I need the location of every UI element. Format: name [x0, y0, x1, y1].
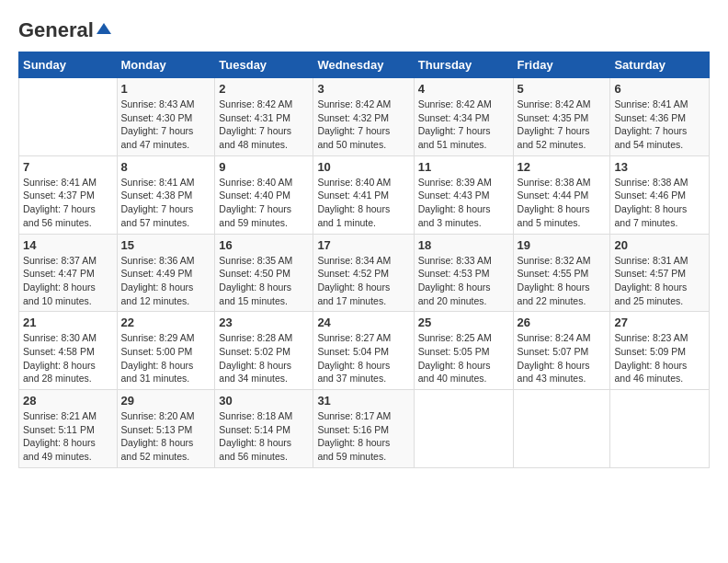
calendar-cell: 22Sunrise: 8:29 AMSunset: 5:00 PMDayligh…: [117, 312, 215, 390]
calendar-week-row: 21Sunrise: 8:30 AMSunset: 4:58 PMDayligh…: [19, 312, 710, 390]
day-info: Sunrise: 8:42 AMSunset: 4:35 PMDaylight:…: [518, 98, 607, 152]
calendar-cell: 11Sunrise: 8:39 AMSunset: 4:43 PMDayligh…: [414, 155, 513, 234]
day-number: 22: [121, 316, 211, 329]
day-info: Sunrise: 8:28 AMSunset: 5:02 PMDaylight:…: [219, 331, 309, 385]
day-number: 17: [317, 238, 409, 252]
day-info: Sunrise: 8:25 AMSunset: 5:05 PMDaylight:…: [418, 331, 509, 385]
day-info: Sunrise: 8:31 AMSunset: 4:57 PMDaylight:…: [614, 254, 705, 308]
day-number: 28: [23, 394, 113, 408]
day-info: Sunrise: 8:23 AMSunset: 5:09 PMDaylight:…: [614, 331, 705, 385]
calendar-week-row: 28Sunrise: 8:21 AMSunset: 5:11 PMDayligh…: [19, 390, 710, 468]
calendar-cell: 24Sunrise: 8:27 AMSunset: 5:04 PMDayligh…: [313, 312, 414, 390]
calendar-cell: [610, 390, 710, 468]
calendar-cell: 7Sunrise: 8:41 AMSunset: 4:37 PMDaylight…: [19, 155, 118, 234]
calendar-cell: 16Sunrise: 8:35 AMSunset: 4:50 PMDayligh…: [215, 234, 313, 312]
calendar-cell: 4Sunrise: 8:42 AMSunset: 4:34 PMDaylight…: [414, 78, 513, 156]
day-number: 30: [219, 394, 309, 408]
day-info: Sunrise: 8:24 AMSunset: 5:07 PMDaylight:…: [518, 331, 607, 385]
day-info: Sunrise: 8:41 AMSunset: 4:36 PMDaylight:…: [614, 98, 705, 152]
day-info: Sunrise: 8:30 AMSunset: 4:58 PMDaylight:…: [23, 331, 113, 385]
day-number: 31: [317, 394, 409, 408]
day-info: Sunrise: 8:38 AMSunset: 4:44 PMDaylight:…: [518, 176, 607, 230]
calendar-cell: 25Sunrise: 8:25 AMSunset: 5:05 PMDayligh…: [414, 312, 513, 390]
calendar-cell: 15Sunrise: 8:36 AMSunset: 4:49 PMDayligh…: [117, 234, 215, 312]
days-of-week-row: SundayMondayTuesdayWednesdayThursdayFrid…: [19, 52, 710, 78]
calendar-cell: 5Sunrise: 8:42 AMSunset: 4:35 PMDaylight…: [513, 78, 610, 156]
day-info: Sunrise: 8:21 AMSunset: 5:11 PMDaylight:…: [23, 409, 113, 464]
day-number: 13: [614, 160, 705, 174]
calendar-cell: 10Sunrise: 8:40 AMSunset: 4:41 PMDayligh…: [313, 155, 414, 234]
calendar-cell: 9Sunrise: 8:40 AMSunset: 4:40 PMDaylight…: [215, 155, 313, 234]
calendar-week-row: 1Sunrise: 8:43 AMSunset: 4:30 PMDaylight…: [19, 78, 710, 156]
day-of-week-header: Saturday: [610, 52, 710, 78]
day-number: 14: [23, 238, 113, 252]
day-info: Sunrise: 8:20 AMSunset: 5:13 PMDaylight:…: [121, 409, 211, 464]
calendar-cell: 20Sunrise: 8:31 AMSunset: 4:57 PMDayligh…: [610, 234, 710, 312]
day-number: 9: [219, 160, 309, 174]
calendar-cell: 1Sunrise: 8:43 AMSunset: 4:30 PMDaylight…: [117, 78, 215, 156]
day-number: 21: [23, 316, 113, 329]
logo-triangle-icon: [97, 21, 111, 40]
calendar-cell: 17Sunrise: 8:34 AMSunset: 4:52 PMDayligh…: [313, 234, 414, 312]
day-info: Sunrise: 8:18 AMSunset: 5:14 PMDaylight:…: [219, 409, 309, 464]
day-info: Sunrise: 8:36 AMSunset: 4:49 PMDaylight:…: [121, 254, 211, 308]
day-number: 12: [518, 160, 607, 174]
calendar-cell: 13Sunrise: 8:38 AMSunset: 4:46 PMDayligh…: [610, 155, 710, 234]
day-of-week-header: Sunday: [19, 52, 118, 78]
calendar-cell: 6Sunrise: 8:41 AMSunset: 4:36 PMDaylight…: [610, 78, 710, 156]
calendar-cell: 28Sunrise: 8:21 AMSunset: 5:11 PMDayligh…: [19, 390, 118, 468]
calendar-cell: [513, 390, 610, 468]
day-info: Sunrise: 8:33 AMSunset: 4:53 PMDaylight:…: [418, 254, 509, 308]
day-of-week-header: Wednesday: [313, 52, 414, 78]
day-info: Sunrise: 8:42 AMSunset: 4:34 PMDaylight:…: [418, 98, 509, 152]
day-number: 15: [121, 238, 211, 252]
day-info: Sunrise: 8:42 AMSunset: 4:32 PMDaylight:…: [317, 98, 409, 152]
logo-general: General: [18, 18, 94, 42]
day-info: Sunrise: 8:41 AMSunset: 4:38 PMDaylight:…: [121, 176, 211, 230]
logo: General: [18, 18, 111, 42]
day-info: Sunrise: 8:38 AMSunset: 4:46 PMDaylight:…: [614, 176, 705, 230]
day-number: 7: [23, 160, 113, 174]
calendar-cell: 2Sunrise: 8:42 AMSunset: 4:31 PMDaylight…: [215, 78, 313, 156]
day-number: 5: [518, 82, 607, 96]
day-number: 10: [317, 160, 409, 174]
calendar-week-row: 7Sunrise: 8:41 AMSunset: 4:37 PMDaylight…: [19, 155, 710, 234]
day-info: Sunrise: 8:40 AMSunset: 4:41 PMDaylight:…: [317, 176, 409, 230]
day-info: Sunrise: 8:27 AMSunset: 5:04 PMDaylight:…: [317, 331, 409, 385]
calendar-cell: 8Sunrise: 8:41 AMSunset: 4:38 PMDaylight…: [117, 155, 215, 234]
day-info: Sunrise: 8:37 AMSunset: 4:47 PMDaylight:…: [23, 254, 113, 308]
calendar-cell: 19Sunrise: 8:32 AMSunset: 4:55 PMDayligh…: [513, 234, 610, 312]
day-number: 19: [518, 238, 607, 252]
day-number: 1: [121, 82, 211, 96]
day-info: Sunrise: 8:35 AMSunset: 4:50 PMDaylight:…: [219, 254, 309, 308]
svg-marker-0: [97, 23, 111, 34]
day-number: 26: [518, 316, 607, 329]
day-info: Sunrise: 8:41 AMSunset: 4:37 PMDaylight:…: [23, 176, 113, 230]
calendar-cell: 30Sunrise: 8:18 AMSunset: 5:14 PMDayligh…: [215, 390, 313, 468]
day-number: 24: [317, 316, 409, 329]
day-info: Sunrise: 8:29 AMSunset: 5:00 PMDaylight:…: [121, 331, 211, 385]
calendar-cell: 26Sunrise: 8:24 AMSunset: 5:07 PMDayligh…: [513, 312, 610, 390]
calendar-cell: 27Sunrise: 8:23 AMSunset: 5:09 PMDayligh…: [610, 312, 710, 390]
day-of-week-header: Monday: [117, 52, 215, 78]
day-of-week-header: Tuesday: [215, 52, 313, 78]
day-number: 23: [219, 316, 309, 329]
calendar-cell: 29Sunrise: 8:20 AMSunset: 5:13 PMDayligh…: [117, 390, 215, 468]
day-number: 2: [219, 82, 309, 96]
calendar-cell: 3Sunrise: 8:42 AMSunset: 4:32 PMDaylight…: [313, 78, 414, 156]
calendar-cell: [19, 78, 118, 156]
day-number: 27: [614, 316, 705, 329]
day-info: Sunrise: 8:34 AMSunset: 4:52 PMDaylight:…: [317, 254, 409, 308]
day-number: 11: [418, 160, 509, 174]
day-number: 8: [121, 160, 211, 174]
day-number: 4: [418, 82, 509, 96]
calendar-cell: 18Sunrise: 8:33 AMSunset: 4:53 PMDayligh…: [414, 234, 513, 312]
day-info: Sunrise: 8:40 AMSunset: 4:40 PMDaylight:…: [219, 176, 309, 230]
day-info: Sunrise: 8:32 AMSunset: 4:55 PMDaylight:…: [518, 254, 607, 308]
day-info: Sunrise: 8:39 AMSunset: 4:43 PMDaylight:…: [418, 176, 509, 230]
day-number: 16: [219, 238, 309, 252]
day-number: 18: [418, 238, 509, 252]
calendar-cell: 23Sunrise: 8:28 AMSunset: 5:02 PMDayligh…: [215, 312, 313, 390]
day-number: 25: [418, 316, 509, 329]
day-number: 29: [121, 394, 211, 408]
